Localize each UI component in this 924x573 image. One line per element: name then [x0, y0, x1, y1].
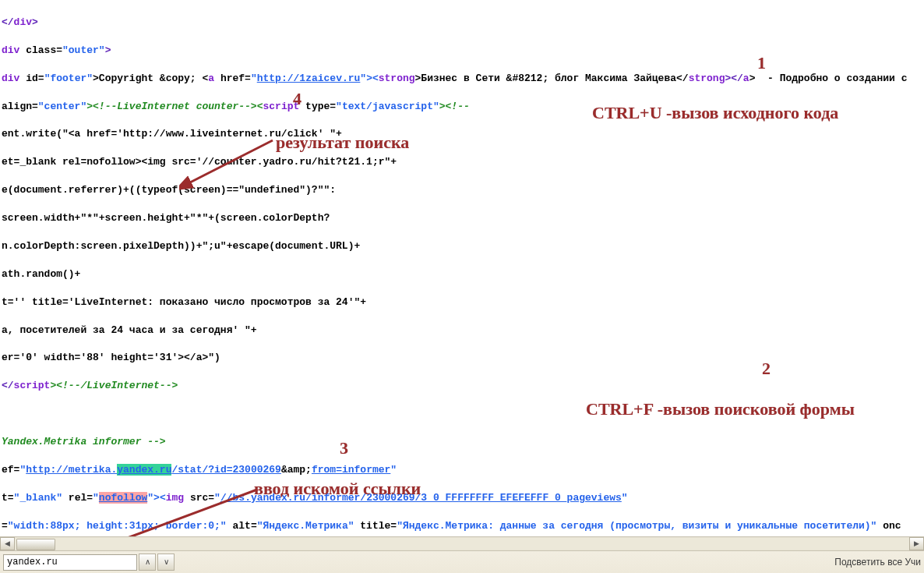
find-options-text[interactable]: Подсветить все Учи: [834, 556, 921, 569]
annotation-text-1: CTRL+U -вызов исходного кода: [592, 101, 838, 125]
annotation-number-4: 4: [293, 87, 302, 111]
scroll-track[interactable]: [15, 538, 909, 550]
bottom-bar: ◀ ▶ ∧ ∨ Подсветить все Учи: [0, 536, 924, 573]
annotation-text-4: результат поиска: [276, 131, 409, 154]
nofollow-highlight: nofollow: [99, 492, 147, 504]
scroll-left-button[interactable]: ◀: [0, 537, 15, 550]
scroll-right-button[interactable]: ▶: [909, 537, 924, 550]
annotation-number-1: 1: [757, 51, 766, 75]
link-1zaicev[interactable]: http://1zaicev.ru: [257, 73, 361, 84]
annotation-number-3: 3: [340, 437, 348, 460]
find-next-button[interactable]: ∨: [157, 554, 175, 571]
horizontal-scrollbar[interactable]: ◀ ▶: [0, 537, 924, 551]
annotation-number-2: 2: [762, 357, 771, 380]
find-input[interactable]: [3, 554, 137, 571]
scroll-thumb[interactable]: [16, 539, 55, 550]
find-prev-button[interactable]: ∧: [139, 554, 156, 571]
annotation-text-2: CTRL+F -вызов поисковой формы: [586, 398, 855, 421]
search-result-highlight[interactable]: yandex.ru: [117, 464, 171, 476]
annotation-text-3: ввод искомой ссылки: [254, 477, 421, 500]
source-code-view: </div> div class="outer"> div id="footer…: [0, 0, 924, 573]
find-bar: ∧ ∨ Подсветить все Учи: [0, 551, 924, 573]
